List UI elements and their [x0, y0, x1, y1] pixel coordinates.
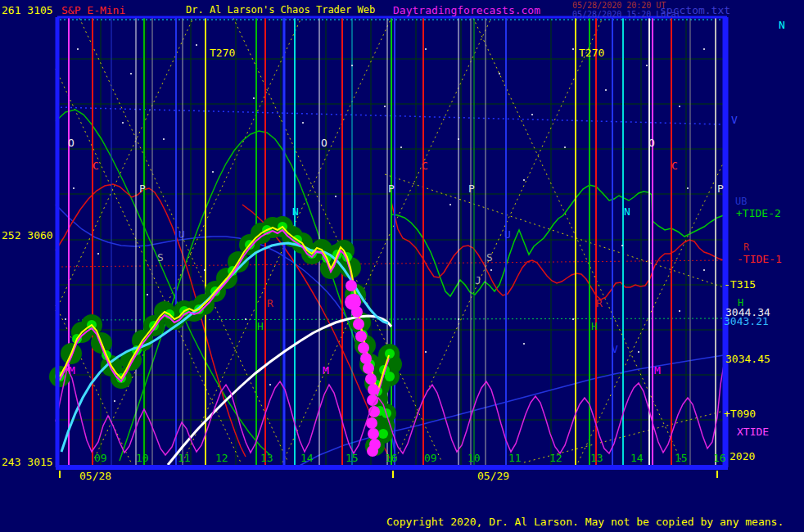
left-axis-top-label: 261 3105: [2, 5, 53, 16]
t270-label-left: T270: [210, 47, 235, 58]
v-marker: V: [731, 115, 738, 125]
tide1-label: -TIDE-1: [737, 254, 782, 264]
n-marker: N: [779, 20, 785, 30]
r-marker: R: [743, 242, 749, 252]
ub-marker: UB: [735, 196, 747, 206]
symbol-label: S&P E-Mini: [61, 5, 125, 16]
price-level-2: 3043.21: [724, 316, 769, 327]
year-label: 2020: [729, 451, 755, 462]
t315-label: -T315: [724, 279, 756, 290]
data-file-link[interactable]: spcctom.txt: [660, 5, 730, 16]
timestamp-ut: 05/28/2020 20:20 UT: [572, 2, 666, 10]
copyright-notice: Copyright 2020, Dr. Al Larson. May not b…: [386, 516, 784, 527]
chart-canvas: [0, 0, 804, 532]
left-axis-mid-label: 252 3060: [2, 230, 53, 241]
t270-label-right: T270: [579, 47, 604, 58]
xtide-label: XTIDE: [737, 426, 769, 437]
chaos-trader-chart-page: 261 3105 S&P E-Mini Dr. Al Larson's Chao…: [0, 0, 804, 532]
t090-label: +T090: [724, 408, 756, 419]
site-link[interactable]: Daytradingforecasts.com: [393, 5, 540, 16]
left-axis-bottom-label: 243 3015: [2, 457, 53, 467]
tide2-label: +TIDE-2: [736, 208, 781, 219]
price-level-3: 3034.45: [725, 354, 770, 364]
page-title: Dr. Al Larson's Chaos Trader Web: [186, 5, 375, 15]
